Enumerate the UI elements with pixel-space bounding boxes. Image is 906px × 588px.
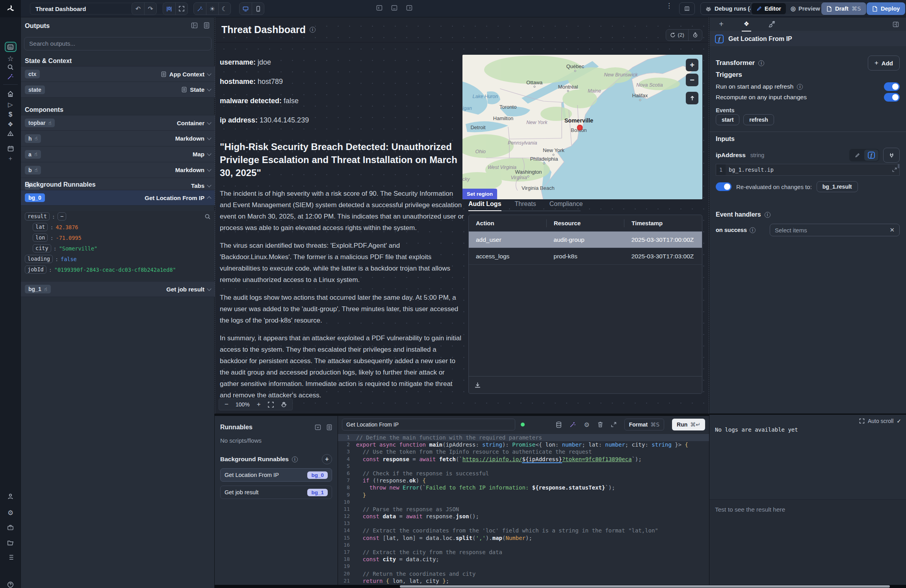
tab-editor[interactable]: Editor [752,3,786,14]
collapse-node-button[interactable]: − [58,212,66,221]
search-outputs-input[interactable]: Search outputs... [24,37,212,50]
outputs-doc-icon[interactable] [204,22,210,29]
runnable-item[interactable]: Get job resultbg_1 [220,486,332,499]
runnables-doc-icon[interactable] [327,424,332,430]
component-row-h[interactable]: h☝Markdown [21,131,215,147]
delete-icon[interactable] [598,421,603,428]
code-line[interactable]: 18 const city = data.city; [338,556,709,563]
code-line[interactable]: 14 // Extract the coordinates from the '… [338,527,709,534]
rail-help-icon[interactable] [0,581,21,588]
bg1-row[interactable]: bg_1☝ Get job result [21,281,215,297]
code-line[interactable]: 8 throw new Error(`Failed to fetch IP in… [338,484,709,491]
editor-settings-icon[interactable]: ⚙ [584,421,589,428]
rail-variables-icon[interactable]: $ [0,111,21,119]
tree-row-lat[interactable]: lat:42.3876 [21,222,215,232]
desktop-view-icon[interactable] [239,3,252,15]
expand-canvas-icon[interactable] [175,3,188,15]
map-component[interactable]: + − Set region QuébecOttawaMontréalNew B… [462,55,702,199]
markdown-report[interactable]: "High-Risk Security Breach Detected: Una… [220,140,464,407]
add-transformer-button[interactable]: +Add [868,56,900,70]
code-line[interactable]: 5 [338,463,709,470]
expand-editor-icon[interactable] [611,422,616,427]
refresh-history-button[interactable] [688,30,702,41]
code-line[interactable]: 17 // Extract the city from the response… [338,549,709,556]
zoom-in-button[interactable]: + [257,401,261,408]
deploy-button[interactable]: Deploy [867,2,905,15]
code-line[interactable]: 11 // Parse the response as JSON [338,506,709,513]
runnable-item[interactable]: Get Location From IPbg_0 [220,468,332,482]
component-row-topbar[interactable]: topbar☝Container [21,115,215,131]
collapse-inspector-icon[interactable] [893,21,899,28]
run-button[interactable]: Run⌘↵ [672,419,705,430]
toggle-right-panel-icon[interactable] [406,5,412,11]
code-line[interactable]: 1// Define the main function with the re… [338,434,709,441]
tree-row-lon[interactable]: lon:-71.0995 [21,232,215,243]
mobile-view-icon[interactable] [252,3,264,15]
zoom-out-button[interactable]: − [225,401,228,408]
set-region-button[interactable]: Set region [462,189,497,199]
map-locate-button[interactable] [686,92,698,104]
toggle-left-panel-icon[interactable] [376,5,382,11]
run-on-start-toggle[interactable] [884,82,900,91]
recompute-toggle[interactable] [884,93,900,102]
tree-search-icon[interactable] [204,213,211,220]
rail-app-editor-active[interactable] [0,42,21,52]
fit-view-icon[interactable] [268,402,274,408]
rail-add-icon[interactable]: + [0,155,21,162]
ai-wand-icon[interactable] [194,3,206,15]
tree-row-result[interactable]: result:− [21,211,215,222]
scrollbar-thumb[interactable] [400,585,890,588]
component-row-b[interactable]: b☝Markdown [21,162,215,178]
event-badge-refresh[interactable]: refresh [743,114,774,125]
rail-home-icon[interactable] [0,91,21,97]
insert-component-tab[interactable]: + [717,17,726,32]
rail-folders-icon[interactable] [0,540,21,546]
rail-audit-list-icon[interactable] [0,555,21,560]
expr-mode-icon[interactable]: f [864,150,878,161]
runnable-name-input[interactable]: Get Location From IP [342,419,515,430]
windmill-logo[interactable] [0,0,21,17]
table-row[interactable]: access_logsprod-k8s2025-03-30T17:03:00Z [469,248,702,265]
bg0-row[interactable]: bg_0 Get Location From IP [21,190,215,206]
center-align-icon[interactable]: |0| [163,3,175,15]
code-line[interactable]: 21 return { lon, lat, city }; [338,577,709,584]
reeval-target-badge[interactable]: bg_1.result [817,181,858,192]
rail-search-icon[interactable] [0,64,21,70]
tree-row-city[interactable]: city:"Somerville" [21,243,215,254]
state-row-ctx[interactable]: ctxApp Context [21,66,215,82]
column-header[interactable]: Resource [546,219,624,227]
rail-resources-icon[interactable]: ❖ [0,121,21,128]
code-line[interactable]: 19 [338,563,709,570]
code-line[interactable]: 6 // Check if the response is successful [338,470,709,477]
download-icon[interactable] [474,382,481,388]
canvas-topbar-container[interactable]: Threat Dashboardi (2) [215,17,709,43]
component-row-a[interactable]: a☝Map [21,147,215,162]
state-row-state[interactable]: stateState [21,82,215,98]
dark-mode-icon[interactable]: ☾ [218,3,230,15]
code-line[interactable]: 10 [338,499,709,506]
tab-preview[interactable]: ◎ Preview [786,3,825,14]
code-line[interactable]: 3 // Use the token from the Ipinfo resou… [338,448,709,455]
app-canvas[interactable]: Threat Dashboardi (2) username: jdoehost… [215,17,709,414]
rail-account-icon[interactable] [0,493,21,500]
ipaddress-expression[interactable]: 1 bg_1.result.ip [716,164,900,176]
column-header[interactable]: Timestamp [624,219,702,227]
styling-tab[interactable] [767,17,776,32]
ai-assistant-icon[interactable] [570,421,576,428]
expand-logs-icon[interactable] [859,418,865,424]
tab-threats[interactable]: Threats [515,200,536,208]
undo-button[interactable]: ↶ [132,3,144,15]
table-row[interactable]: add_useraudit-group2025-03-30T17:00:00Z [469,232,702,248]
tab-compliance[interactable]: Compliance [550,200,583,208]
redo-button[interactable]: ↷ [144,3,156,15]
rail-favorites-icon[interactable]: ☆ [0,54,21,63]
markdown-fields[interactable]: username: jdoehostname: host789malware d… [220,58,464,135]
expand-expression-icon[interactable] [892,167,897,172]
code-line[interactable]: 4 const response = await fetch(`https://… [338,456,709,463]
code-line[interactable]: 7 if (!response.ok) { [338,477,709,484]
draft-button[interactable]: Draft⌘S [821,2,866,15]
horizontal-scrollbar[interactable] [215,585,906,588]
event-badge-start[interactable]: start [716,114,739,125]
tree-row-jobId[interactable]: jobId:"0199390f-2843-ceac-dc03-cf8b242a1… [21,264,215,275]
rail-runs-icon[interactable]: ▷ [0,101,21,108]
